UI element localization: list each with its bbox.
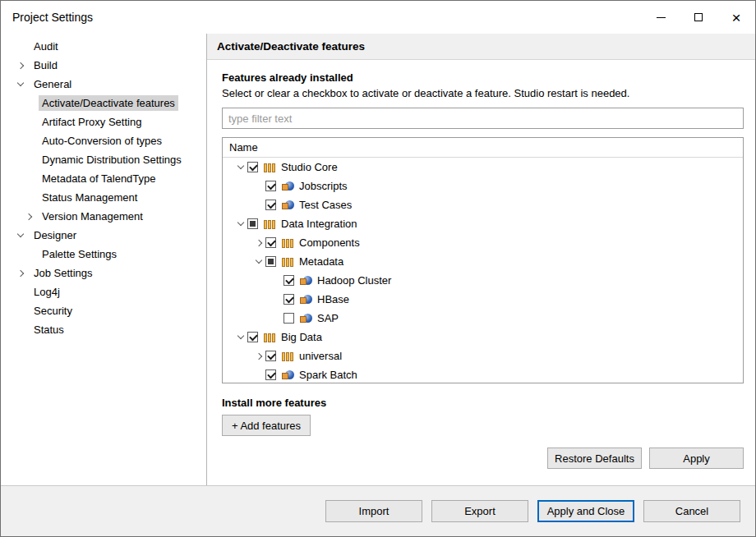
feature-label: Big Data — [281, 331, 322, 343]
chevron-down-icon[interactable] — [11, 83, 30, 85]
feature-label: Hadoop Cluster — [317, 274, 391, 287]
feature-icon — [282, 369, 294, 380]
settings-panel: Activate/Deactivate features Features al… — [207, 34, 755, 485]
feature-group-icon — [282, 257, 294, 267]
feature-row-spark-batch[interactable]: Spark Batch — [223, 365, 743, 383]
minimize-button[interactable] — [642, 1, 680, 34]
maximize-button[interactable] — [680, 1, 717, 34]
apply-and-close-button[interactable]: Apply and Close — [537, 500, 634, 522]
feature-row-hadoop-cluster[interactable]: Hadoop Cluster — [223, 271, 743, 290]
feature-label: Components — [299, 236, 360, 249]
sidebar-item-audit[interactable]: Audit — [1, 37, 206, 56]
sidebar-item-label: Build — [30, 57, 61, 73]
checkbox-components[interactable] — [265, 237, 276, 248]
sidebar-item-general[interactable]: General — [1, 75, 206, 94]
chevron-right-icon[interactable] — [11, 271, 30, 276]
sidebar-item-status-management[interactable]: Status Management — [1, 188, 206, 207]
sidebar-item-label: Artifact Proxy Setting — [39, 114, 145, 130]
sidebar-item-label: Activate/Deactivate features — [39, 95, 178, 111]
install-section-title: Install more features — [222, 397, 744, 409]
feature-row-universal[interactable]: universal — [223, 347, 743, 365]
feature-group-icon — [282, 351, 294, 361]
sidebar-item-label: Dynamic Distribution Settings — [39, 152, 185, 168]
sidebar-item-label: Security — [30, 303, 76, 319]
sidebar-item-artifact-proxy-setting[interactable]: Artifact Proxy Setting — [1, 112, 206, 131]
sidebar-item-label: Auto-Conversion of types — [39, 133, 165, 149]
checkbox-spark-batch[interactable] — [265, 369, 276, 380]
chevron-right-icon[interactable] — [19, 214, 39, 219]
sidebar-item-log4j[interactable]: Log4j — [1, 282, 206, 301]
title-bar: Project Settings × — [1, 1, 755, 34]
sidebar-item-status[interactable]: Status — [1, 320, 206, 339]
dialog-footer: Import Export Apply and Close Cancel — [1, 485, 755, 536]
checkbox-big-data[interactable] — [247, 332, 258, 342]
filter-input[interactable] — [222, 108, 744, 129]
checkbox-hbase[interactable] — [284, 294, 294, 305]
sidebar-item-designer[interactable]: Designer — [1, 226, 206, 245]
sidebar-item-label: Version Management — [39, 209, 146, 224]
checkbox-test-cases[interactable] — [265, 200, 276, 210]
sidebar-item-dynamic-distribution-settings[interactable]: Dynamic Distribution Settings — [1, 150, 206, 169]
apply-button[interactable]: Apply — [649, 448, 744, 469]
close-button[interactable]: × — [717, 1, 755, 34]
cancel-button[interactable]: Cancel — [643, 500, 740, 522]
feature-group-icon — [282, 238, 294, 248]
feature-row-test-cases[interactable]: Test Cases — [223, 195, 743, 214]
chevron-down-icon[interactable] — [234, 166, 247, 168]
restore-defaults-button[interactable]: Restore Defaults — [547, 448, 642, 469]
feature-icon — [300, 313, 312, 324]
settings-sidebar: Audit Build General Activate/Deactivate … — [1, 34, 207, 485]
feature-label: Metadata — [299, 255, 343, 268]
close-icon: × — [731, 10, 740, 25]
feature-label: HBase — [317, 293, 349, 305]
checkbox-universal[interactable] — [265, 351, 276, 361]
feature-row-sap[interactable]: SAP — [223, 309, 743, 328]
installed-section-title: Features already installed — [222, 71, 744, 84]
feature-label: Spark Batch — [299, 369, 357, 381]
sidebar-item-build[interactable]: Build — [1, 56, 206, 75]
maximize-icon — [694, 13, 703, 21]
feature-row-jobscripts[interactable]: Jobscripts — [223, 177, 743, 195]
sidebar-item-label: Audit — [30, 39, 62, 54]
chevron-right-icon[interactable] — [252, 241, 265, 246]
feature-row-metadata[interactable]: Metadata — [223, 252, 743, 271]
feature-row-components[interactable]: Components — [223, 233, 743, 252]
sidebar-item-metadata-of-talendtype[interactable]: Metadata of TalendType — [1, 169, 206, 188]
sidebar-item-auto-conversion-of-types[interactable]: Auto-Conversion of types — [1, 131, 206, 150]
chevron-down-icon[interactable] — [234, 336, 247, 338]
feature-row-hbase[interactable]: HBase — [223, 290, 743, 309]
sidebar-item-activate-deactivate-features[interactable]: Activate/Deactivate features — [1, 94, 206, 112]
chevron-down-icon[interactable] — [11, 234, 30, 236]
chevron-down-icon[interactable] — [234, 223, 247, 225]
checkbox-sap[interactable] — [284, 313, 294, 324]
feature-row-big-data[interactable]: Big Data — [223, 328, 743, 347]
window-title: Project Settings — [1, 11, 93, 24]
chevron-right-icon[interactable] — [252, 354, 265, 359]
panel-actions: Restore Defaults Apply — [222, 448, 744, 469]
checkbox-metadata[interactable] — [265, 256, 276, 267]
sidebar-item-version-management[interactable]: Version Management — [1, 207, 206, 226]
sidebar-item-label: Log4j — [30, 284, 63, 300]
feature-row-studio-core[interactable]: Studio Core — [223, 158, 743, 177]
sidebar-item-label: Palette Settings — [39, 246, 120, 262]
export-button[interactable]: Export — [431, 500, 528, 522]
add-features-button[interactable]: + Add features — [222, 415, 311, 436]
feature-group-icon — [264, 219, 276, 229]
feature-label: Jobscripts — [299, 180, 348, 192]
feature-label: Studio Core — [281, 161, 338, 173]
tree-column-header-name: Name — [223, 138, 743, 158]
checkbox-studio-core[interactable] — [247, 162, 258, 172]
checkbox-data-integration[interactable] — [247, 218, 258, 229]
checkbox-hadoop-cluster[interactable] — [284, 275, 294, 286]
sidebar-item-palette-settings[interactable]: Palette Settings — [1, 245, 206, 264]
chevron-right-icon[interactable] — [11, 63, 30, 68]
checkbox-jobscripts[interactable] — [265, 181, 276, 191]
sidebar-item-security[interactable]: Security — [1, 301, 206, 320]
chevron-down-icon[interactable] — [252, 260, 265, 263]
sidebar-item-job-settings[interactable]: Job Settings — [1, 264, 206, 282]
import-button[interactable]: Import — [325, 500, 422, 522]
feature-label: SAP — [317, 312, 339, 324]
feature-row-data-integration[interactable]: Data Integration — [223, 214, 743, 233]
sidebar-item-label: General — [30, 76, 75, 92]
minimize-icon — [657, 17, 666, 18]
